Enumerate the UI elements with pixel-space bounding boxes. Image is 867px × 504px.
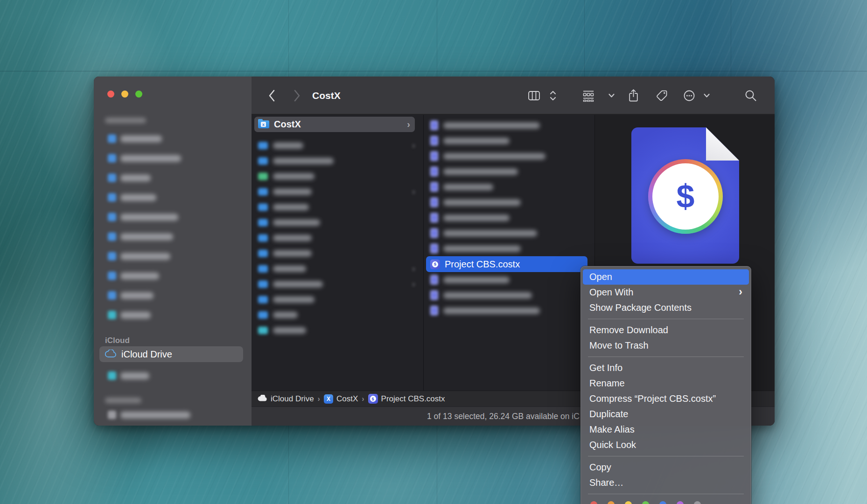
more-options-button[interactable] [683,77,696,114]
file-row-blurred[interactable] [424,179,594,195]
sidebar-item-blurred[interactable] [94,286,252,305]
folder-badge: x [261,122,266,127]
folder-row-costx-selected[interactable]: x CostX › [254,117,415,132]
sidebar-item-blurred[interactable] [94,405,252,425]
menu-item-compress-project-cbs-costx[interactable]: Compress “Project CBS.costx” [583,391,749,406]
folder-row-blurred[interactable] [252,292,423,307]
tag-color-dot[interactable] [694,501,701,504]
file-row-blurred[interactable] [424,118,594,133]
breadcrumb-item[interactable]: $Project CBS.costx [368,394,445,404]
folder-row-blurred[interactable]: › [252,184,423,199]
sidebar-item-blurred[interactable] [94,188,252,207]
folder-row-blurred[interactable] [252,168,423,184]
file-row-blurred[interactable] [424,287,594,303]
file-row-selected[interactable]: $ Project CBS.costx [426,256,587,272]
file-row-blurred[interactable] [424,148,594,164]
folder-icon [108,193,116,202]
group-chevron[interactable] [608,77,615,114]
menu-item-get-info[interactable]: Get Info [583,360,749,376]
window-title: CostX [312,77,341,114]
more-chevron[interactable] [703,77,710,114]
sidebar-item-blurred[interactable] [94,207,252,227]
blurred-label [443,277,510,283]
blurred-label [273,327,306,334]
folder-icon [258,296,268,303]
sidebar-item-blurred[interactable] [94,246,252,266]
menu-item-show-package-contents[interactable]: Show Package Contents [583,300,749,315]
folder-icon [108,134,116,143]
folder-row-blurred[interactable] [252,199,423,215]
folder-row-blurred[interactable] [252,230,423,245]
tag-color-dot[interactable] [677,501,684,504]
sidebar-item-blurred[interactable] [94,168,252,188]
sidebar-item-icloud-drive[interactable]: iCloud Drive [99,346,243,362]
window-controls [107,91,142,98]
sidebar-item-blurred[interactable] [94,227,252,246]
group-button[interactable] [582,77,595,114]
folder-row-blurred[interactable] [252,245,423,261]
blurred-label [273,142,303,149]
share-button[interactable] [628,77,639,114]
blurred-label [120,194,156,201]
file-row-blurred[interactable] [424,303,594,318]
file-row-blurred[interactable] [424,164,594,179]
minimize-button[interactable] [121,91,128,98]
forward-button[interactable] [293,77,301,114]
file-row-blurred[interactable] [424,133,594,148]
device-icon [108,371,116,380]
group-icon [582,90,595,102]
folder-row-blurred[interactable]: › [252,138,423,153]
sidebar-item-blurred[interactable] [94,129,252,148]
menu-item-share[interactable]: Share… [583,475,749,490]
menu-item-quick-look[interactable]: Quick Look [583,437,749,453]
tag-color-dot[interactable] [608,501,615,504]
sidebar-item-blurred[interactable] [94,148,252,168]
cloud-outline-icon [105,350,117,359]
breadcrumb-separator: › [361,395,364,403]
folder-row-blurred[interactable] [252,215,423,230]
file-row-blurred[interactable] [424,272,594,287]
sidebar: iCloud iCloud Drive [94,77,252,426]
folder-row-blurred[interactable] [252,307,423,322]
file-column-list-above [424,118,594,256]
blurred-label [120,273,159,280]
folder-row-blurred[interactable] [252,322,423,338]
sidebar-item-blurred[interactable] [94,305,252,325]
file-row-blurred[interactable] [424,195,594,210]
menu-item-copy[interactable]: Copy [583,460,749,475]
close-button[interactable] [107,91,114,98]
menu-item-rename[interactable]: Rename [583,376,749,391]
breadcrumb-item[interactable]: iCloud Drive [258,394,314,404]
tags-button[interactable] [656,77,668,114]
menu-item-open[interactable]: Open [583,269,749,285]
file-row-blurred[interactable] [424,210,594,225]
menu-item-open-with[interactable]: Open With› [583,285,749,300]
folder-row-blurred[interactable]: › [252,261,423,276]
menu-item-move-to-trash[interactable]: Move to Trash [583,338,749,353]
tag-color-dot[interactable] [642,501,649,504]
folder-row-blurred[interactable] [252,153,423,168]
folder-row-blurred[interactable]: › [252,276,423,292]
blurred-label [443,138,510,144]
view-picker-button[interactable] [549,77,557,114]
menu-item-remove-download[interactable]: Remove Download [583,322,749,338]
sidebar-section-header-blurred [105,398,141,403]
blurred-label [273,189,312,195]
view-columns-button[interactable] [528,77,540,114]
tag-color-dot[interactable] [659,501,666,504]
file-row-blurred[interactable] [424,225,594,241]
breadcrumb-label: CostX [336,394,358,404]
menu-item-duplicate[interactable]: Duplicate [583,406,749,422]
breadcrumb-item[interactable]: XCostX [324,394,358,404]
search-button[interactable] [744,77,757,114]
document-icon [430,275,438,285]
file-row-blurred[interactable] [424,241,594,256]
menu-item-make-alias[interactable]: Make Alias [583,422,749,437]
tag-color-dot[interactable] [590,501,597,504]
back-button[interactable] [267,77,276,114]
zoom-button[interactable] [135,91,142,98]
sidebar-item-blurred[interactable] [94,266,252,286]
sidebar-item-blurred[interactable] [94,366,252,385]
tag-color-dot[interactable] [625,501,632,504]
folder-icon [258,280,268,288]
